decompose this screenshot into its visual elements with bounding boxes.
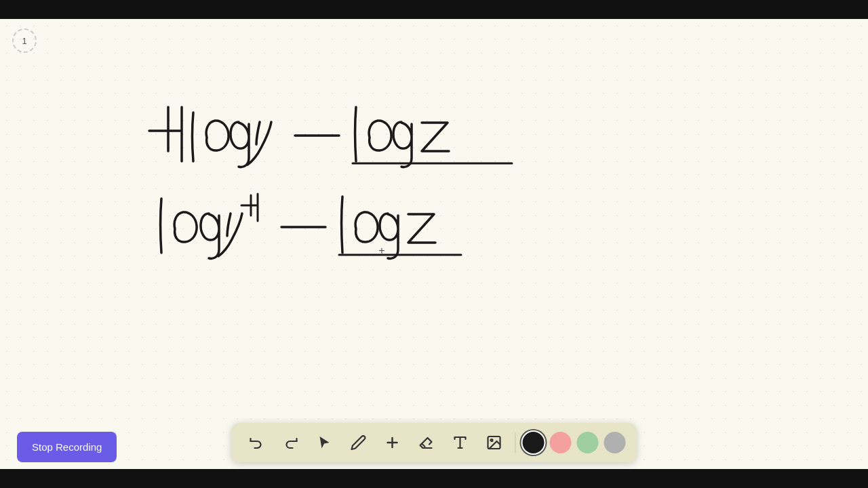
stop-recording-button[interactable]: Stop Recording (17, 432, 117, 462)
svg-point-7 (491, 439, 493, 441)
handwriting-area: + (0, 19, 868, 469)
eraser-button[interactable] (412, 428, 441, 457)
toolbar-divider (515, 432, 516, 453)
undo-button[interactable] (243, 428, 271, 457)
toolbar (232, 423, 637, 462)
image-button[interactable] (480, 428, 509, 457)
pen-button[interactable] (344, 428, 373, 457)
color-black[interactable] (523, 432, 545, 453)
redo-button[interactable] (277, 428, 305, 457)
page-number: 1 (12, 28, 37, 53)
color-gray[interactable] (604, 432, 626, 453)
svg-text:+: + (378, 245, 384, 256)
add-button[interactable] (378, 428, 407, 457)
color-green[interactable] (577, 432, 599, 453)
color-pink[interactable] (550, 432, 572, 453)
select-button[interactable] (311, 428, 339, 457)
bottom-bar: Stop Recording (0, 469, 868, 488)
top-bar (0, 0, 868, 19)
text-button[interactable] (446, 428, 475, 457)
svg-line-3 (422, 444, 425, 447)
canvas-area[interactable]: 1 (0, 19, 868, 469)
